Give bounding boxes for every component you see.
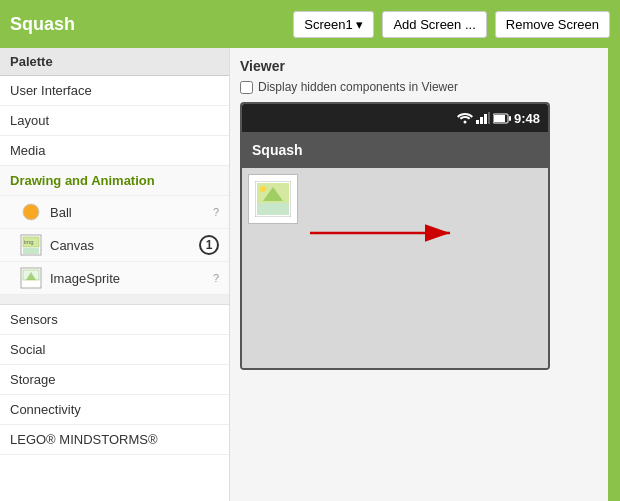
phone-content	[242, 168, 548, 368]
svg-rect-9	[476, 120, 479, 124]
ball-help[interactable]: ?	[213, 206, 219, 218]
palette-item-ball[interactable]: Ball ?	[0, 196, 229, 229]
hidden-components-label: Display hidden components in Viewer	[258, 80, 458, 94]
svg-text:img: img	[24, 239, 34, 245]
canvas-label: Canvas	[50, 238, 191, 253]
palette-item-canvas[interactable]: img Canvas 1	[0, 229, 229, 262]
svg-rect-14	[494, 115, 505, 122]
screen-selector-button[interactable]: Screen1 ▾	[293, 11, 374, 38]
palette-category-connectivity[interactable]: Connectivity	[0, 395, 229, 425]
viewer-title: Viewer	[240, 58, 610, 74]
svg-rect-15	[509, 116, 511, 121]
palette-item-imagesprite[interactable]: ImageSprite ?	[0, 262, 229, 295]
svg-point-8	[463, 121, 466, 124]
svg-rect-12	[488, 112, 490, 124]
palette-spacer	[0, 295, 229, 305]
palette-category-drawing-animation[interactable]: Drawing and Animation	[0, 166, 229, 196]
viewer-panel: Viewer Display hidden components in View…	[230, 48, 620, 501]
palette-category-social[interactable]: Social	[0, 335, 229, 365]
phone-app-title: Squash	[252, 142, 303, 158]
time-display: 9:48	[514, 111, 540, 126]
svg-rect-18	[257, 203, 289, 215]
header: Squash Screen1 ▾ Add Screen ... Remove S…	[0, 0, 620, 48]
imagesprite-help[interactable]: ?	[213, 272, 219, 284]
svg-point-20	[260, 186, 266, 192]
canvas-badge: 1	[199, 235, 219, 255]
remove-screen-button[interactable]: Remove Screen	[495, 11, 610, 38]
svg-point-0	[23, 204, 39, 220]
ball-label: Ball	[50, 205, 205, 220]
palette-category-sensors[interactable]: Sensors	[0, 305, 229, 335]
hidden-components-checkbox[interactable]	[240, 81, 253, 94]
svg-rect-11	[484, 114, 487, 124]
status-icons: 9:48	[457, 111, 540, 126]
main-layout: Palette User Interface Layout Media Draw…	[0, 48, 620, 501]
hidden-components-row: Display hidden components in Viewer	[240, 80, 610, 94]
palette-panel: Palette User Interface Layout Media Draw…	[0, 48, 230, 501]
palette-category-user-interface[interactable]: User Interface	[0, 76, 229, 106]
ball-icon	[20, 201, 42, 223]
imagesprite-icon	[20, 267, 42, 289]
green-side-border	[608, 48, 620, 501]
canvas-dropped-component[interactable]	[248, 174, 298, 224]
phone-frame: 9:48 Squash	[240, 102, 550, 370]
phone-app-bar: Squash	[242, 132, 548, 168]
imagesprite-label: ImageSprite	[50, 271, 205, 286]
palette-category-storage[interactable]: Storage	[0, 365, 229, 395]
drawing-animation-items: Ball ? img Canvas 1	[0, 196, 229, 295]
svg-rect-10	[480, 117, 483, 124]
add-screen-button[interactable]: Add Screen ...	[382, 11, 486, 38]
svg-rect-3	[23, 248, 39, 254]
canvas-icon: img	[20, 234, 42, 256]
app-title: Squash	[10, 14, 285, 35]
phone-status-bar: 9:48	[242, 104, 548, 132]
palette-category-layout[interactable]: Layout	[0, 106, 229, 136]
palette-title: Palette	[0, 48, 229, 76]
palette-category-media[interactable]: Media	[0, 136, 229, 166]
palette-category-lego[interactable]: LEGO® MINDSTORMS®	[0, 425, 229, 455]
